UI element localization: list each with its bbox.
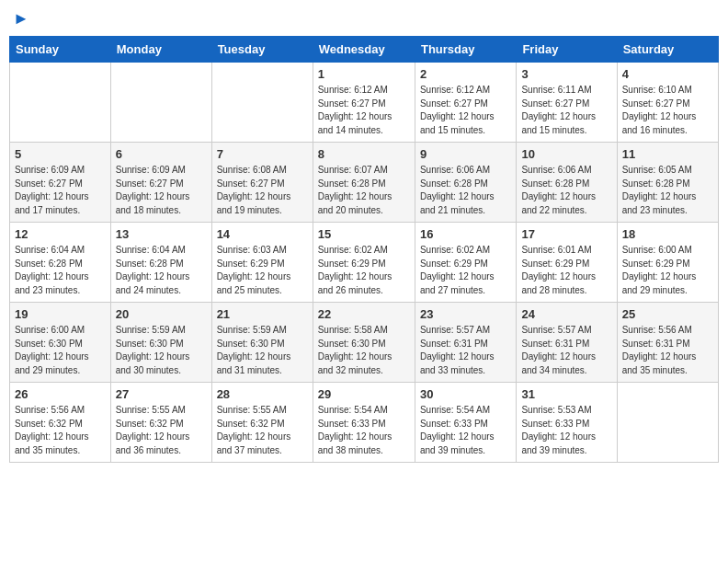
day-number: 31 bbox=[521, 387, 611, 401]
calendar-table: SundayMondayTuesdayWednesdayThursdayFrid… bbox=[9, 36, 719, 463]
day-number: 2 bbox=[420, 67, 511, 81]
day-number: 10 bbox=[521, 147, 611, 161]
day-info: Sunrise: 5:57 AM Sunset: 6:31 PM Dayligh… bbox=[420, 324, 511, 377]
week-row-2: 5Sunrise: 6:09 AM Sunset: 6:27 PM Daylig… bbox=[10, 143, 719, 223]
day-cell: 21Sunrise: 5:59 AM Sunset: 6:30 PM Dayli… bbox=[211, 303, 313, 383]
day-info: Sunrise: 6:05 AM Sunset: 6:28 PM Dayligh… bbox=[622, 164, 713, 217]
weekday-header-sunday: Sunday bbox=[10, 37, 111, 63]
day-number: 8 bbox=[318, 147, 410, 161]
day-cell: 13Sunrise: 6:04 AM Sunset: 6:28 PM Dayli… bbox=[110, 223, 211, 303]
day-number: 25 bbox=[622, 307, 713, 321]
day-info: Sunrise: 6:00 AM Sunset: 6:30 PM Dayligh… bbox=[15, 324, 106, 377]
day-cell: 31Sunrise: 5:53 AM Sunset: 6:33 PM Dayli… bbox=[517, 383, 617, 463]
day-number: 1 bbox=[318, 67, 410, 81]
day-cell: 12Sunrise: 6:04 AM Sunset: 6:28 PM Dayli… bbox=[10, 223, 111, 303]
day-info: Sunrise: 5:55 AM Sunset: 6:32 PM Dayligh… bbox=[217, 404, 308, 457]
day-number: 4 bbox=[622, 67, 713, 81]
day-cell: 8Sunrise: 6:07 AM Sunset: 6:28 PM Daylig… bbox=[313, 143, 415, 223]
week-row-1: 1Sunrise: 6:12 AM Sunset: 6:27 PM Daylig… bbox=[10, 63, 719, 143]
day-info: Sunrise: 6:07 AM Sunset: 6:28 PM Dayligh… bbox=[318, 164, 410, 217]
day-info: Sunrise: 6:08 AM Sunset: 6:27 PM Dayligh… bbox=[217, 164, 308, 217]
weekday-header-saturday: Saturday bbox=[617, 37, 718, 63]
day-cell: 4Sunrise: 6:10 AM Sunset: 6:27 PM Daylig… bbox=[617, 63, 718, 143]
day-number: 16 bbox=[420, 227, 511, 241]
day-cell: 27Sunrise: 5:55 AM Sunset: 6:32 PM Dayli… bbox=[110, 383, 211, 463]
day-info: Sunrise: 6:12 AM Sunset: 6:27 PM Dayligh… bbox=[420, 84, 511, 137]
day-number: 15 bbox=[318, 227, 410, 241]
day-number: 29 bbox=[318, 387, 410, 401]
day-info: Sunrise: 6:00 AM Sunset: 6:29 PM Dayligh… bbox=[622, 244, 713, 297]
day-number: 26 bbox=[15, 387, 106, 401]
day-info: Sunrise: 6:04 AM Sunset: 6:28 PM Dayligh… bbox=[15, 244, 106, 297]
day-info: Sunrise: 6:09 AM Sunset: 6:27 PM Dayligh… bbox=[15, 164, 106, 217]
page-header: ► bbox=[9, 9, 719, 29]
day-cell: 22Sunrise: 5:58 AM Sunset: 6:30 PM Dayli… bbox=[313, 303, 415, 383]
day-number: 20 bbox=[116, 307, 207, 321]
weekday-header-wednesday: Wednesday bbox=[313, 37, 415, 63]
weekday-header-friday: Friday bbox=[517, 37, 617, 63]
day-number: 14 bbox=[217, 227, 308, 241]
day-cell: 11Sunrise: 6:05 AM Sunset: 6:28 PM Dayli… bbox=[617, 143, 718, 223]
day-cell: 1Sunrise: 6:12 AM Sunset: 6:27 PM Daylig… bbox=[313, 63, 415, 143]
weekday-header-monday: Monday bbox=[110, 37, 211, 63]
day-cell bbox=[110, 63, 211, 143]
day-number: 19 bbox=[15, 307, 106, 321]
day-cell: 10Sunrise: 6:06 AM Sunset: 6:28 PM Dayli… bbox=[517, 143, 617, 223]
day-info: Sunrise: 5:58 AM Sunset: 6:30 PM Dayligh… bbox=[318, 324, 410, 377]
day-cell: 17Sunrise: 6:01 AM Sunset: 6:29 PM Dayli… bbox=[517, 223, 617, 303]
day-info: Sunrise: 6:01 AM Sunset: 6:29 PM Dayligh… bbox=[521, 244, 611, 297]
day-number: 3 bbox=[521, 67, 611, 81]
day-info: Sunrise: 6:02 AM Sunset: 6:29 PM Dayligh… bbox=[318, 244, 410, 297]
day-cell bbox=[617, 383, 718, 463]
day-cell bbox=[10, 63, 111, 143]
day-number: 6 bbox=[116, 147, 207, 161]
day-info: Sunrise: 6:12 AM Sunset: 6:27 PM Dayligh… bbox=[318, 84, 410, 137]
weekday-header-tuesday: Tuesday bbox=[211, 37, 313, 63]
day-number: 12 bbox=[15, 227, 106, 241]
day-number: 21 bbox=[217, 307, 308, 321]
day-cell: 6Sunrise: 6:09 AM Sunset: 6:27 PM Daylig… bbox=[110, 143, 211, 223]
day-info: Sunrise: 6:09 AM Sunset: 6:27 PM Dayligh… bbox=[116, 164, 207, 217]
day-number: 7 bbox=[217, 147, 308, 161]
day-number: 28 bbox=[217, 387, 308, 401]
day-number: 22 bbox=[318, 307, 410, 321]
day-cell: 24Sunrise: 5:57 AM Sunset: 6:31 PM Dayli… bbox=[517, 303, 617, 383]
day-number: 9 bbox=[420, 147, 511, 161]
day-cell: 18Sunrise: 6:00 AM Sunset: 6:29 PM Dayli… bbox=[617, 223, 718, 303]
week-row-5: 26Sunrise: 5:56 AM Sunset: 6:32 PM Dayli… bbox=[10, 383, 719, 463]
day-cell: 28Sunrise: 5:55 AM Sunset: 6:32 PM Dayli… bbox=[211, 383, 313, 463]
day-cell: 2Sunrise: 6:12 AM Sunset: 6:27 PM Daylig… bbox=[415, 63, 516, 143]
day-number: 27 bbox=[116, 387, 207, 401]
day-info: Sunrise: 6:02 AM Sunset: 6:29 PM Dayligh… bbox=[420, 244, 511, 297]
day-info: Sunrise: 5:59 AM Sunset: 6:30 PM Dayligh… bbox=[217, 324, 308, 377]
day-info: Sunrise: 5:59 AM Sunset: 6:30 PM Dayligh… bbox=[116, 324, 207, 377]
day-cell bbox=[211, 63, 313, 143]
logo: ► bbox=[13, 9, 29, 29]
day-cell: 7Sunrise: 6:08 AM Sunset: 6:27 PM Daylig… bbox=[211, 143, 313, 223]
day-info: Sunrise: 5:54 AM Sunset: 6:33 PM Dayligh… bbox=[318, 404, 410, 457]
day-info: Sunrise: 5:56 AM Sunset: 6:32 PM Dayligh… bbox=[15, 404, 106, 457]
week-row-3: 12Sunrise: 6:04 AM Sunset: 6:28 PM Dayli… bbox=[10, 223, 719, 303]
day-info: Sunrise: 5:56 AM Sunset: 6:31 PM Dayligh… bbox=[622, 324, 713, 377]
day-number: 24 bbox=[521, 307, 611, 321]
day-cell: 3Sunrise: 6:11 AM Sunset: 6:27 PM Daylig… bbox=[517, 63, 617, 143]
day-number: 13 bbox=[116, 227, 207, 241]
week-row-4: 19Sunrise: 6:00 AM Sunset: 6:30 PM Dayli… bbox=[10, 303, 719, 383]
day-number: 5 bbox=[15, 147, 106, 161]
day-number: 18 bbox=[622, 227, 713, 241]
day-cell: 15Sunrise: 6:02 AM Sunset: 6:29 PM Dayli… bbox=[313, 223, 415, 303]
weekday-header-row: SundayMondayTuesdayWednesdayThursdayFrid… bbox=[10, 37, 719, 63]
day-info: Sunrise: 6:10 AM Sunset: 6:27 PM Dayligh… bbox=[622, 84, 713, 137]
day-cell: 26Sunrise: 5:56 AM Sunset: 6:32 PM Dayli… bbox=[10, 383, 111, 463]
day-cell: 9Sunrise: 6:06 AM Sunset: 6:28 PM Daylig… bbox=[415, 143, 516, 223]
day-info: Sunrise: 5:54 AM Sunset: 6:33 PM Dayligh… bbox=[420, 404, 511, 457]
day-cell: 20Sunrise: 5:59 AM Sunset: 6:30 PM Dayli… bbox=[110, 303, 211, 383]
day-cell: 23Sunrise: 5:57 AM Sunset: 6:31 PM Dayli… bbox=[415, 303, 516, 383]
day-info: Sunrise: 6:06 AM Sunset: 6:28 PM Dayligh… bbox=[420, 164, 511, 217]
day-cell: 30Sunrise: 5:54 AM Sunset: 6:33 PM Dayli… bbox=[415, 383, 516, 463]
day-cell: 29Sunrise: 5:54 AM Sunset: 6:33 PM Dayli… bbox=[313, 383, 415, 463]
weekday-header-thursday: Thursday bbox=[415, 37, 516, 63]
day-number: 23 bbox=[420, 307, 511, 321]
day-info: Sunrise: 5:53 AM Sunset: 6:33 PM Dayligh… bbox=[521, 404, 611, 457]
day-info: Sunrise: 6:04 AM Sunset: 6:28 PM Dayligh… bbox=[116, 244, 207, 297]
